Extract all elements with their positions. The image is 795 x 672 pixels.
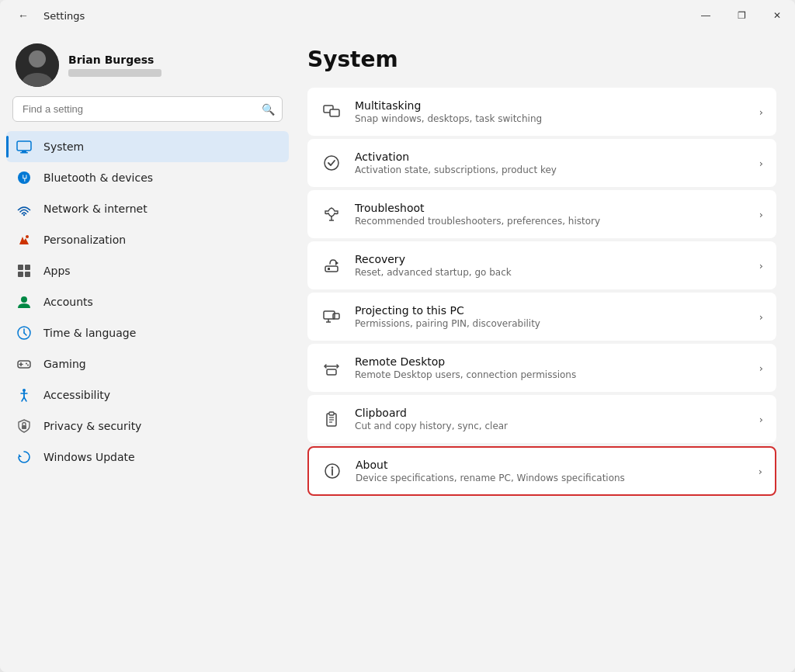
multitasking-icon	[321, 101, 342, 123]
settings-item-title-clipboard: Clipboard	[355, 407, 747, 419]
main-content: System Multitasking Snap windows, deskto…	[295, 31, 795, 672]
settings-item-text-remote-desktop: Remote Desktop Remote Desktop users, con…	[355, 355, 747, 380]
chevron-icon-troubleshoot: ›	[759, 209, 763, 220]
svg-point-32	[325, 156, 338, 170]
sidebar-item-network[interactable]: Network & internet	[6, 193, 289, 224]
sidebar-item-label-apps: Apps	[43, 265, 279, 277]
about-icon	[321, 460, 343, 482]
sidebar-item-label-network: Network & internet	[43, 203, 279, 215]
settings-item-title-multitasking: Multitasking	[355, 99, 747, 112]
settings-item-text-activation: Activation Activation state, subscriptio…	[355, 151, 747, 175]
sidebar-item-label-update: Windows Update	[43, 451, 279, 463]
settings-item-subtitle-remote-desktop: Remote Desktop users, connection permiss…	[355, 369, 747, 380]
apps-icon	[16, 262, 33, 279]
settings-item-text-clipboard: Clipboard Cut and copy history, sync, cl…	[355, 407, 747, 431]
settings-item-multitasking[interactable]: Multitasking Snap windows, desktops, tas…	[307, 88, 776, 136]
search-box: 🔍	[12, 96, 283, 122]
chevron-icon-multitasking: ›	[759, 106, 763, 118]
settings-window: ← Settings — ❐ ✕ Brian Burges	[0, 0, 795, 672]
system-icon	[16, 138, 33, 155]
sidebar-item-label-bluetooth: Bluetooth & devices	[43, 171, 279, 184]
close-button[interactable]: ✕	[759, 0, 795, 31]
titlebar-title: Settings	[43, 10, 85, 22]
sidebar: Brian Burgess 🔍	[0, 31, 295, 672]
chevron-icon-about: ›	[759, 466, 762, 477]
gaming-icon	[16, 355, 33, 372]
svg-point-21	[26, 363, 27, 365]
svg-rect-28	[22, 425, 26, 429]
sidebar-item-label-time: Time & language	[43, 327, 279, 339]
page-title: System	[307, 47, 776, 72]
settings-item-activation[interactable]: Activation Activation state, subscriptio…	[307, 139, 776, 187]
svg-rect-13	[25, 272, 30, 277]
svg-point-1	[29, 50, 46, 68]
svg-rect-11	[25, 265, 30, 270]
settings-item-text-multitasking: Multitasking Snap windows, desktops, tas…	[355, 99, 747, 124]
search-input[interactable]	[12, 96, 283, 122]
settings-item-subtitle-activation: Activation state, subscriptions, product…	[355, 165, 747, 175]
settings-item-troubleshoot[interactable]: Troubleshoot Recommended troubleshooters…	[307, 190, 776, 238]
svg-rect-12	[18, 272, 23, 277]
svg-point-22	[27, 365, 29, 366]
sidebar-item-label-accounts: Accounts	[43, 296, 279, 308]
titlebar-controls: — ❐ ✕	[688, 0, 795, 31]
minimize-button[interactable]: —	[688, 0, 724, 31]
svg-line-27	[24, 397, 26, 401]
titlebar: ← Settings — ❐ ✕	[0, 0, 795, 31]
settings-item-remote-desktop[interactable]: Remote Desktop Remote Desktop users, con…	[307, 344, 776, 392]
sidebar-item-privacy[interactable]: Privacy & security	[6, 410, 289, 442]
settings-item-subtitle-multitasking: Snap windows, desktops, task switching	[355, 113, 747, 124]
svg-rect-4	[22, 151, 26, 152]
sidebar-item-apps[interactable]: Apps	[6, 255, 289, 286]
settings-item-subtitle-projecting: Permissions, pairing PIN, discoverabilit…	[355, 318, 747, 329]
settings-item-subtitle-clipboard: Cut and copy history, sync, clear	[355, 421, 747, 431]
svg-point-14	[21, 296, 27, 303]
sidebar-item-update[interactable]: Windows Update	[6, 442, 289, 473]
settings-item-about[interactable]: About Device specifications, rename PC, …	[307, 446, 776, 496]
time-icon	[16, 324, 33, 341]
settings-item-projecting[interactable]: Projecting to this PC Permissions, pairi…	[307, 293, 776, 341]
sidebar-item-system[interactable]: System	[6, 131, 289, 162]
settings-item-subtitle-about: Device specifications, rename PC, Window…	[356, 473, 746, 483]
avatar	[16, 43, 59, 87]
chevron-icon-activation: ›	[759, 158, 763, 169]
chevron-icon-clipboard: ›	[759, 414, 763, 425]
settings-item-text-troubleshoot: Troubleshoot Recommended troubleshooters…	[355, 202, 747, 227]
content: Brian Burgess 🔍	[0, 31, 795, 672]
svg-line-17	[24, 333, 26, 335]
projecting-icon	[321, 306, 342, 327]
settings-item-recovery[interactable]: Recovery Reset, advanced startup, go bac…	[307, 241, 776, 289]
settings-item-title-recovery: Recovery	[355, 253, 747, 265]
sidebar-item-accessibility[interactable]: Accessibility	[6, 379, 289, 410]
chevron-icon-remote-desktop: ›	[759, 362, 763, 374]
back-button[interactable]: ←	[12, 5, 34, 26]
svg-rect-5	[20, 152, 28, 154]
settings-item-title-about: About	[356, 459, 746, 471]
svg-marker-37	[335, 261, 338, 265]
settings-item-title-remote-desktop: Remote Desktop	[355, 355, 747, 368]
svg-point-9	[26, 235, 29, 238]
chevron-icon-projecting: ›	[759, 311, 763, 323]
settings-item-subtitle-troubleshoot: Recommended troubleshooters, preferences…	[355, 216, 747, 227]
personalization-icon	[16, 231, 33, 248]
settings-item-text-projecting: Projecting to this PC Permissions, pairi…	[355, 304, 747, 329]
maximize-button[interactable]: ❐	[724, 0, 759, 31]
svg-rect-35	[325, 266, 338, 272]
settings-item-clipboard[interactable]: Clipboard Cut and copy history, sync, cl…	[307, 395, 776, 443]
sidebar-item-bluetooth[interactable]: ⑂ Bluetooth & devices	[6, 162, 289, 193]
recovery-icon	[321, 255, 342, 276]
accounts-icon	[16, 293, 33, 310]
svg-point-51	[332, 466, 333, 468]
bluetooth-icon: ⑂	[16, 169, 33, 186]
accessibility-icon	[16, 386, 33, 404]
sidebar-item-personalization[interactable]: Personalization	[6, 224, 289, 255]
sidebar-item-gaming[interactable]: Gaming	[6, 348, 289, 379]
chevron-icon-recovery: ›	[759, 260, 763, 272]
titlebar-left: ← Settings	[12, 5, 85, 26]
remote-desktop-icon	[321, 357, 342, 379]
sidebar-item-accounts[interactable]: Accounts	[6, 286, 289, 317]
activation-icon	[321, 152, 342, 174]
sidebar-item-label-personalization: Personalization	[43, 234, 279, 246]
sidebar-item-time[interactable]: Time & language	[6, 317, 289, 348]
svg-marker-29	[19, 454, 22, 457]
